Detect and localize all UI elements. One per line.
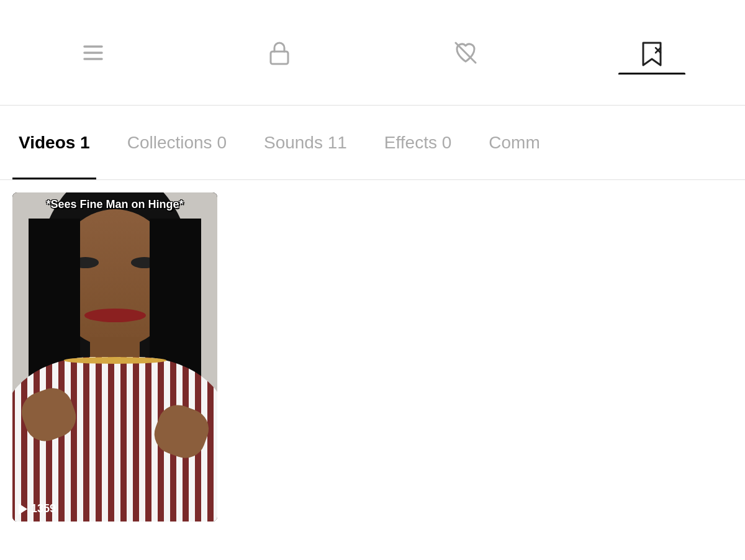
top-icon-bar xyxy=(0,0,745,106)
necklace xyxy=(64,357,166,364)
tab-comments[interactable]: Comm xyxy=(470,106,558,179)
tabs-bar: Videos 1 Collections 0 Sounds 11 Effects… xyxy=(0,106,745,180)
play-icon xyxy=(19,504,27,515)
tab-collections[interactable]: Collections 0 xyxy=(109,106,245,179)
lock-tab-icon[interactable] xyxy=(246,32,313,74)
grid-tab-icon[interactable] xyxy=(60,32,127,74)
tab-videos[interactable]: Videos 1 xyxy=(0,106,109,179)
tab-effects[interactable]: Effects 0 xyxy=(366,106,470,179)
video-thumbnail: *Sees Fine Man on Hinge* 1359 xyxy=(12,192,217,522)
video-overlay-text: *Sees Fine Man on Hinge* xyxy=(20,197,210,212)
svg-rect-3 xyxy=(271,52,288,64)
video-play-count: 1359 xyxy=(19,502,56,515)
heart-hidden-tab-icon[interactable] xyxy=(432,32,499,74)
video-card[interactable]: *Sees Fine Man on Hinge* 1359 xyxy=(12,192,217,522)
bookmark-tab-icon[interactable] xyxy=(618,32,685,74)
content-area: *Sees Fine Man on Hinge* 1359 xyxy=(0,180,745,534)
tab-sounds[interactable]: Sounds 11 xyxy=(245,106,366,179)
lips xyxy=(84,309,146,322)
